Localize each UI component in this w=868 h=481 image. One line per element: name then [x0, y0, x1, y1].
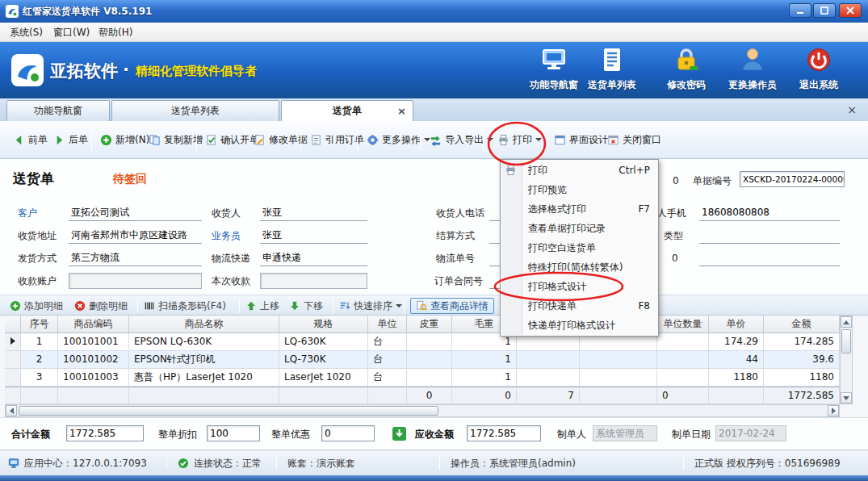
scroll-down-button[interactable] — [841, 392, 852, 404]
table-cell[interactable]: 174.285 — [764, 333, 840, 351]
menu-item-print-preview[interactable]: 打印预览 — [501, 180, 658, 199]
discount-field[interactable]: 100 — [207, 425, 260, 441]
table-cell[interactable]: 台 — [368, 351, 407, 369]
table-cell[interactable] — [580, 369, 657, 387]
logistics-field[interactable]: 申通快递 — [260, 250, 367, 266]
table-cell[interactable]: 100101003 — [58, 369, 129, 387]
table-cell[interactable]: 台 — [368, 369, 407, 387]
menu-item-print-format-design[interactable]: 打印格式设计 — [501, 277, 658, 296]
banner-action-change-password[interactable]: 修改密码 — [657, 46, 715, 96]
banner-action-delivery-list[interactable]: 送货单列表 — [583, 46, 641, 96]
scroll-thumb[interactable] — [19, 406, 438, 416]
type-field[interactable] — [699, 228, 840, 244]
salesman-field[interactable]: 张亚 — [260, 228, 367, 244]
menu-system[interactable]: 系统(S) — [5, 26, 48, 40]
menu-item-print[interactable]: 打印 Ctrl+P — [501, 161, 658, 180]
receivable-field[interactable]: 1772.585 — [467, 425, 541, 441]
header-cell-price[interactable]: 单价 — [709, 316, 764, 333]
table-row[interactable]: 1 100101001 EPSON LQ-630K LQ-630K 台 1 17… — [5, 333, 840, 351]
table-cell[interactable]: LQ-730K — [279, 351, 368, 369]
scan-barcode-button[interactable]: 扫描条形码(F4) — [144, 298, 226, 314]
total-amount-field[interactable]: 1772.585 — [66, 425, 144, 441]
table-cell[interactable]: 惠普（HP）LaserJet 1020 — [129, 369, 279, 387]
prev-doc-button[interactable]: 前单 — [10, 128, 51, 151]
table-cell[interactable]: 1 — [452, 351, 517, 369]
money-icon[interactable] — [392, 427, 406, 441]
consignee-field[interactable]: 张亚 — [260, 205, 367, 221]
scroll-right-button[interactable] — [828, 405, 839, 416]
table-cell[interactable]: 1 — [452, 369, 517, 387]
tab-delivery-list[interactable]: 送货单列表 — [111, 100, 279, 121]
more-ops-button[interactable]: 更多操作 — [363, 128, 434, 151]
view-product-detail-button[interactable]: 查看商品详情 — [410, 298, 494, 314]
customer-label[interactable]: 客户 — [18, 205, 37, 221]
banner-action-nav-window[interactable]: 功能导航窗 — [525, 46, 583, 96]
reduction-field[interactable]: 0 — [321, 425, 375, 441]
weight-field[interactable] — [699, 250, 840, 266]
ship-method-field[interactable]: 第三方物流 — [69, 250, 202, 266]
table-cell[interactable]: 44 — [709, 351, 764, 369]
maximize-button[interactable] — [813, 3, 836, 18]
header-cell-tare[interactable]: 皮重 — [407, 316, 452, 333]
menu-item-print-blank-note[interactable]: 打印空白送货单 — [501, 238, 658, 257]
minimize-button[interactable] — [789, 3, 811, 18]
table-cell[interactable]: 100101002 — [58, 351, 129, 369]
scroll-up-button[interactable] — [841, 316, 852, 328]
edit-doc-button[interactable]: 修改单据 — [250, 128, 311, 151]
move-down-button[interactable]: 下移 — [289, 298, 323, 314]
menu-item-print-express-sheet[interactable]: 打印快递单 F8 — [501, 296, 658, 316]
quick-sort-button[interactable]: 快速排序 — [339, 298, 402, 314]
doc-no-field[interactable]: XSCKD-20170224-000008 — [740, 171, 845, 187]
ref-order-button[interactable]: 引用订单 — [307, 128, 367, 151]
header-cell-seq[interactable]: 序号 — [21, 316, 58, 333]
table-cell[interactable]: 1180 — [764, 369, 840, 387]
salesman-label[interactable]: 业务员 — [212, 228, 241, 244]
table-cell[interactable] — [580, 351, 657, 369]
table-cell[interactable]: 1 — [21, 333, 58, 351]
header-cell-amount[interactable]: 金额 — [764, 316, 840, 333]
menu-item-express-format-design[interactable]: 快递单打印格式设计 — [501, 316, 658, 335]
delete-row-button[interactable]: 删除明细 — [74, 298, 128, 314]
customer-field[interactable]: 亚拓公司测试 — [69, 205, 202, 221]
move-up-button[interactable]: 上移 — [245, 298, 279, 314]
header-cell-unitqty[interactable]: 单位数量 — [657, 316, 709, 333]
import-export-button[interactable]: 导入导出 — [426, 128, 497, 151]
tabbar-close-icon[interactable]: × — [847, 104, 857, 115]
next-doc-button[interactable]: 后单 — [50, 128, 91, 151]
table-cell[interactable] — [407, 333, 452, 351]
menu-window[interactable]: 窗口(W) — [48, 26, 94, 40]
table-cell[interactable]: 2 — [21, 351, 58, 369]
table-cell[interactable]: 100101001 — [58, 333, 129, 351]
header-cell-spec[interactable]: 规格 — [279, 316, 368, 333]
table-cell[interactable]: 39.6 — [764, 351, 840, 369]
tab-nav-window[interactable]: 功能导航窗 — [6, 100, 110, 121]
table-cell[interactable]: 1180 — [709, 369, 764, 387]
table-cell[interactable] — [517, 351, 580, 369]
header-cell-unit[interactable]: 单位 — [368, 316, 407, 333]
address-field[interactable]: 河南省郑州市中原区建设路 — [69, 228, 202, 244]
tab-close-icon[interactable]: × — [397, 106, 406, 117]
table-cell[interactable] — [407, 351, 452, 369]
close-button[interactable] — [839, 3, 862, 18]
table-cell[interactable]: EPSON针式打印机 — [129, 351, 279, 369]
receipt-field[interactable] — [260, 273, 367, 289]
ui-design-button[interactable]: 界面设计 — [551, 128, 611, 151]
table-cell[interactable]: EPSON LQ-630K — [129, 333, 279, 351]
menu-item-special-print[interactable]: 特殊打印(简体转繁体) — [501, 257, 658, 277]
vertical-scrollbar[interactable] — [840, 316, 853, 404]
table-cell[interactable] — [657, 351, 709, 369]
table-row[interactable]: 2 100101002 EPSON针式打印机 LQ-730K 台 1 44 39… — [5, 351, 840, 369]
menu-help[interactable]: 帮助(H) — [94, 26, 137, 40]
scroll-thumb[interactable] — [841, 329, 851, 353]
table-cell[interactable] — [517, 369, 580, 387]
banner-action-switch-operator[interactable]: 更换操作员 — [723, 46, 782, 96]
table-cell[interactable]: 3 — [21, 369, 58, 387]
scroll-left-button[interactable] — [6, 405, 17, 416]
add-row-button[interactable]: 添加明细 — [10, 298, 63, 314]
table-cell[interactable]: 174.29 — [709, 333, 764, 351]
close-window-button[interactable]: 关闭窗口 — [604, 128, 665, 151]
table-cell[interactable]: 台 — [368, 333, 407, 351]
new-doc-button[interactable]: 新增(N) — [97, 128, 153, 151]
menu-item-select-format-print[interactable]: 选择格式打印 F7 — [501, 199, 658, 219]
table-cell[interactable] — [657, 369, 709, 387]
